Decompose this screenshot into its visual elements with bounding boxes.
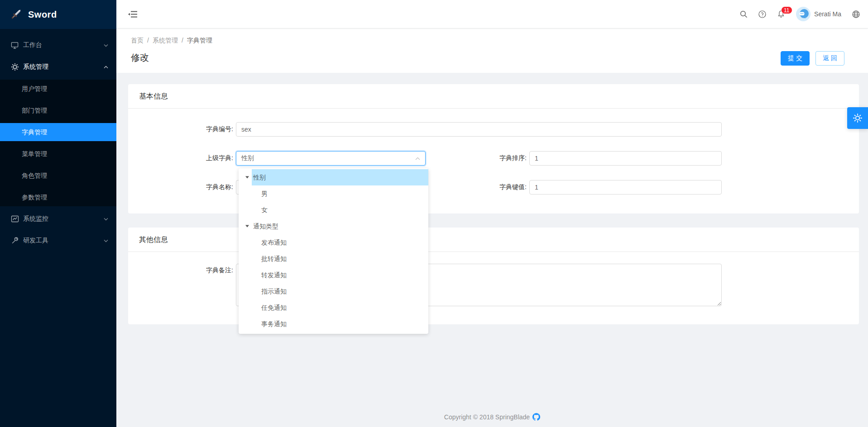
app-logo[interactable]: Sword	[0, 0, 116, 29]
submit-button[interactable]: 提 交	[781, 51, 810, 66]
username: Serati Ma	[814, 10, 841, 18]
page-footer: Copyright © 2018 SpringBlade	[116, 413, 868, 421]
chevron-down-icon	[104, 44, 108, 47]
other-info-card: 其他信息 字典备注:	[128, 228, 859, 324]
monitor-icon	[11, 41, 19, 49]
chevron-down-icon	[104, 239, 108, 242]
chevron-up-icon	[415, 157, 420, 160]
dropdown-option-instruct-notice[interactable]: 指示通知	[239, 283, 428, 299]
dict-code-label: 字典编号:	[139, 125, 236, 133]
dropdown-option-female[interactable]: 女	[239, 202, 428, 218]
avatar	[796, 7, 810, 21]
gear-icon	[853, 113, 863, 123]
page-header: 首页 / 系统管理 / 字典管理 修改 提 交 返 回	[116, 28, 868, 73]
page-actions: 提 交 返 回	[781, 51, 844, 66]
wrench-icon	[11, 237, 19, 245]
copyright-text: Copyright © 2018 SpringBlade	[444, 413, 530, 421]
breadcrumb-home[interactable]: 首页	[131, 37, 144, 45]
other-info-card-title: 其他信息	[128, 228, 859, 252]
sidebar-item-dev-tools[interactable]: 研发工具	[0, 232, 116, 250]
breadcrumb: 首页 / 系统管理 / 字典管理	[131, 37, 854, 45]
sidebar-subitem-dept-management[interactable]: 部门管理	[0, 101, 116, 119]
user-menu[interactable]: Serati Ma	[796, 7, 841, 21]
other-info-card-body: 字典备注:	[128, 252, 859, 306]
page-title: 修改	[131, 52, 854, 64]
search-icon[interactable]	[740, 10, 748, 18]
sidebar-item-system-monitor[interactable]: 系统监控	[0, 210, 116, 228]
dropdown-option-sex[interactable]: 性别	[239, 169, 428, 185]
basic-info-card-body: 字典编号: 上级字典: 性别 字典排序:	[128, 109, 859, 195]
dropdown-option-approve-notice[interactable]: 批转通知	[239, 251, 428, 267]
sidebar-subitem-user-management[interactable]: 用户管理	[0, 80, 116, 98]
help-icon[interactable]	[758, 10, 766, 18]
sidebar-subitem-menu-management[interactable]: 菜单管理	[0, 145, 116, 163]
sidebar-subitem-param-management[interactable]: 参数管理	[0, 188, 116, 206]
basic-info-card-title: 基本信息	[128, 84, 859, 109]
dict-remark-label: 字典备注:	[139, 264, 236, 275]
sidebar-item-workbench[interactable]: 工作台	[0, 36, 116, 54]
sidebar-subitem-role-management[interactable]: 角色管理	[0, 166, 116, 185]
notifications-bell[interactable]: 11	[777, 10, 785, 18]
breadcrumb-separator: /	[147, 37, 149, 45]
caret-down-icon[interactable]	[243, 225, 252, 228]
dropdown-option-notice-type[interactable]: 通知类型	[239, 218, 428, 234]
line-chart-icon	[11, 215, 19, 223]
dict-name-label: 字典名称:	[139, 183, 236, 191]
caret-down-icon[interactable]	[243, 176, 252, 179]
github-icon[interactable]	[532, 413, 540, 421]
app-name: Sword	[28, 9, 57, 20]
notification-badge: 11	[781, 6, 792, 14]
dropdown-option-affair-notice[interactable]: 事务通知	[239, 316, 428, 332]
sidebar-menu: 工作台 系统管理 用户管理 部门管理 字典管理 菜单管理 角色管理 参数	[0, 29, 116, 250]
dict-sort-input[interactable]	[529, 151, 722, 166]
sidebar-item-label: 系统监控	[23, 215, 104, 223]
breadcrumb-system-management[interactable]: 系统管理	[153, 37, 178, 45]
main-content: 基本信息 字典编号: 上级字典: 性别	[116, 73, 868, 427]
dict-code-input[interactable]	[236, 122, 722, 137]
sidebar-item-label: 研发工具	[23, 237, 104, 245]
dict-key-input[interactable]	[529, 180, 722, 195]
parent-dict-label: 上级字典:	[139, 154, 236, 162]
parent-dict-select[interactable]: 性别	[236, 151, 426, 166]
gear-icon	[11, 63, 19, 71]
parent-dict-dropdown: 性别 男 女 通知类型 发布通知 批转通知 转发通知 指示通知 任免通知 事务通…	[239, 168, 428, 334]
sidebar-item-system-management[interactable]: 系统管理	[0, 58, 116, 76]
chevron-down-icon	[104, 218, 108, 221]
breadcrumb-separator: /	[182, 37, 183, 45]
sidebar-submenu-system-management: 用户管理 部门管理 字典管理 菜单管理 角色管理 参数管理	[0, 80, 116, 206]
topbar-actions: 11 Serati Ma	[740, 7, 860, 21]
sword-logo-icon	[10, 8, 23, 21]
sidebar-item-label: 工作台	[23, 41, 104, 49]
parent-dict-select-value: 性别	[241, 154, 415, 162]
dict-sort-label: 字典排序:	[426, 154, 529, 162]
dropdown-option-forward-notice[interactable]: 转发通知	[239, 267, 428, 283]
sidebar-item-label: 系统管理	[23, 63, 104, 71]
chevron-up-icon	[104, 66, 108, 69]
breadcrumb-dict-management: 字典管理	[187, 37, 212, 45]
theme-settings-button[interactable]	[847, 107, 868, 129]
dropdown-option-publish-notice[interactable]: 发布通知	[239, 234, 428, 251]
sidebar-subitem-dict-management[interactable]: 字典管理	[0, 123, 116, 141]
dict-key-label: 字典键值:	[426, 183, 529, 191]
dropdown-option-male[interactable]: 男	[239, 185, 428, 202]
language-globe-icon[interactable]	[852, 10, 860, 18]
sidebar: Sword 工作台 系统管理	[0, 0, 116, 427]
back-button[interactable]: 返 回	[815, 51, 844, 66]
dropdown-option-appointment-notice[interactable]: 任免通知	[239, 299, 428, 316]
basic-info-card: 基本信息 字典编号: 上级字典: 性别	[128, 84, 859, 214]
menu-fold-icon[interactable]	[127, 9, 138, 19]
top-header: 11 Serati Ma	[116, 0, 868, 28]
